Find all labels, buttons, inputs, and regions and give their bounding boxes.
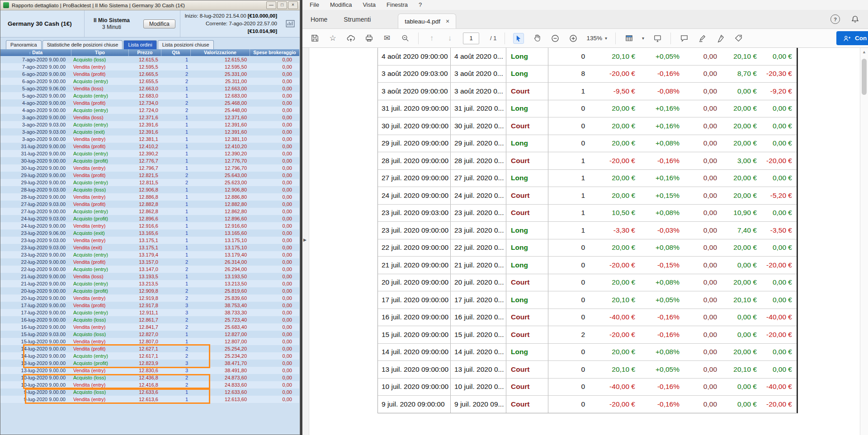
zoom-level-dropdown[interactable]: 135% ▾ xyxy=(586,35,607,42)
orders-row[interactable]: 28-lug-2020 9.03.00 Acquisto (loss) 12.9… xyxy=(0,186,299,193)
orders-row[interactable]: 20-lug-2020 9.00.00 Vendita (entry) 12.9… xyxy=(0,295,299,302)
orders-row[interactable]: 30-lug-2020 9.00.00 Vendita (entry) 12.7… xyxy=(0,164,299,172)
report-titlebar[interactable]: Rapporto dettagliato | ProBacktest | Il … xyxy=(0,0,300,10)
stamp-tag-icon[interactable] xyxy=(733,33,743,43)
favorite-star-icon[interactable]: ☆ xyxy=(328,33,338,43)
orders-row[interactable]: 10-lug-2020 9.00.00 Vendita (entry) 12.4… xyxy=(0,381,299,388)
select-tool-icon[interactable] xyxy=(513,33,524,44)
document-tab[interactable]: tableau-4.pdf × xyxy=(398,14,456,28)
orders-row[interactable]: 4-ago-2020 9.00.00 Vendita (profit) 12.7… xyxy=(0,99,299,107)
scroll-up-icon[interactable]: ▲ xyxy=(860,48,868,56)
orders-row[interactable]: 17-lug-2020 9.00.00 Vendita (profit) 12.… xyxy=(0,302,299,309)
orders-row[interactable]: 9-lug-2020 9.00.00 Acquisto (loss) 12.63… xyxy=(0,388,299,396)
orders-row[interactable]: 31-lug-2020 9.00.00 Vendita (profit) 12.… xyxy=(0,143,299,150)
orders-row[interactable]: 16-lug-2020 9.00.00 Vendita (entry) 12.8… xyxy=(0,323,299,331)
menu-item[interactable]: Modifica xyxy=(325,0,357,10)
export-chart-icon[interactable] xyxy=(281,19,300,29)
close-button[interactable]: × xyxy=(288,1,298,9)
orders-row[interactable]: 28-lug-2020 9.00.00 Vendita (entry) 12.8… xyxy=(0,193,299,201)
page-number-input[interactable]: 1 xyxy=(463,33,479,44)
notifications-bell-icon[interactable] xyxy=(850,14,860,24)
orders-row[interactable]: 5-ago-2020 9.00.00 Acquisto (entry) 12.6… xyxy=(0,92,299,99)
orders-table-header[interactable]: ↕Data Tipo Prezzo Qtà Valorizzazione Spe… xyxy=(0,49,299,56)
hand-tool-icon[interactable] xyxy=(532,33,542,43)
zoom-out-icon[interactable] xyxy=(550,33,560,43)
close-document-icon[interactable]: × xyxy=(446,18,449,25)
orders-row[interactable]: 9-lug-2020 9.00.00 Vendita (entry) 12.61… xyxy=(0,396,299,403)
orders-row[interactable]: 20-lug-2020 9.00.00 Acquisto (profit) 12… xyxy=(0,287,299,295)
menu-item[interactable]: ? xyxy=(413,0,427,10)
maximize-button[interactable]: □ xyxy=(277,1,287,9)
orders-row[interactable]: 7-ago-2020 9.00.00 Acquisto (loss) 12.61… xyxy=(0,56,299,63)
orders-row[interactable]: 16-lug-2020 9.00.00 Acquisto (loss) 12.8… xyxy=(0,316,299,323)
orders-row[interactable]: 13-lug-2020 9.00.00 Vendita (entry) 12.8… xyxy=(0,367,299,374)
orders-row[interactable]: 3-ago-2020 9.00.00 Vendita (loss) 12.371… xyxy=(0,114,299,121)
previous-page-icon[interactable]: ↑ xyxy=(427,33,437,43)
orders-row[interactable]: 23-lug-2020 9.06.00 Acquisto (exit) 13.1… xyxy=(0,229,299,237)
orders-row[interactable]: 5-ago-2020 9.06.00 Vendita (loss) 12.663… xyxy=(0,85,299,92)
orders-row[interactable]: 3-ago-2020 9.03.00 Acquisto (exit) 12.39… xyxy=(0,128,299,136)
cloud-upload-icon[interactable] xyxy=(346,33,356,43)
orders-row[interactable]: 14-lug-2020 9.00.00 Acquisto (entry) 12.… xyxy=(0,352,299,360)
orders-row[interactable]: 17-lug-2020 9.00.00 Acquisto (entry) 12.… xyxy=(0,309,299,316)
marquee-zoom-icon[interactable] xyxy=(400,33,410,43)
orders-row[interactable]: 4-ago-2020 9.00.00 Acquisto (entry) 12.7… xyxy=(0,107,299,114)
column-header-data[interactable]: ↕Data xyxy=(0,49,71,56)
comment-icon[interactable] xyxy=(679,33,689,43)
orders-row[interactable]: 7-ago-2020 9.00.00 Vendita (entry) 12.59… xyxy=(0,63,299,70)
orders-row[interactable]: 24-lug-2020 9.00.00 Vendita (entry) 12.9… xyxy=(0,222,299,229)
report-tab[interactable]: Panoramica xyxy=(6,40,42,49)
orders-row[interactable]: 3-ago-2020 9.03.00 Acquisto (entry) 12.3… xyxy=(0,121,299,128)
orders-row[interactable]: 30-lug-2020 9.00.00 Acquisto (profit) 12… xyxy=(0,157,299,164)
zoom-in-icon[interactable] xyxy=(568,33,578,43)
menu-item[interactable]: Finestra xyxy=(381,0,413,10)
report-tab[interactable]: Statistiche delle posizioni chiuse xyxy=(42,40,123,49)
orders-row[interactable]: 22-lug-2020 9.00.00 Vendita (profit) 13.… xyxy=(0,258,299,266)
orders-row[interactable]: 15-lug-2020 9.00.00 Vendita (entry) 12.8… xyxy=(0,338,299,345)
presentation-screen-icon[interactable] xyxy=(652,33,662,43)
fill-sign-pen-icon[interactable] xyxy=(715,33,725,43)
highlighter-icon[interactable] xyxy=(697,33,707,43)
modify-button[interactable]: Modifica xyxy=(143,19,175,28)
column-header-valorizzazione[interactable]: Valorizzazione xyxy=(190,49,250,56)
orders-row[interactable]: 13-lug-2020 9.00.00 Acquisto (profit) 12… xyxy=(0,360,299,367)
orders-row[interactable]: 29-lug-2020 9.00.00 Acquisto (entry) 12.… xyxy=(0,179,299,186)
orders-row[interactable]: 6-ago-2020 9.00.00 Vendita (profit) 12.6… xyxy=(0,70,299,78)
orders-row[interactable]: 31-lug-2020 9.00.00 Acquisto (entry) 12.… xyxy=(0,150,299,157)
report-tab[interactable]: Lista posizioni chiuse xyxy=(158,40,214,49)
orders-row[interactable]: 14-lug-2020 9.00.00 Vendita (profit) 12.… xyxy=(0,345,299,352)
orders-row[interactable]: 24-lug-2020 9.03.00 Acquisto (profit) 12… xyxy=(0,215,299,222)
column-header-qta[interactable]: Qtà xyxy=(161,49,190,56)
orders-row[interactable]: 21-lug-2020 9.00.00 Acquisto (entry) 13.… xyxy=(0,280,299,287)
column-header-tipo[interactable]: Tipo xyxy=(71,49,128,56)
orders-row[interactable]: 6-ago-2020 9.00.00 Acquisto (entry) 12.6… xyxy=(0,78,299,85)
column-header-prezzo[interactable]: Prezzo xyxy=(128,49,161,56)
column-header-spese[interactable]: Spese brokeraggio xyxy=(250,49,299,56)
print-icon[interactable] xyxy=(364,33,374,43)
scrollbar-thumb[interactable] xyxy=(862,59,867,95)
share-connect-button[interactable]: Con xyxy=(836,31,868,45)
navigation-pane-strip[interactable]: ▶ xyxy=(302,48,309,435)
orders-row[interactable]: 27-lug-2020 9.00.00 Acquisto (entry) 12.… xyxy=(0,208,299,215)
save-icon[interactable] xyxy=(310,33,320,43)
report-tab[interactable]: Lista ordini xyxy=(123,40,156,49)
minimize-button[interactable]: — xyxy=(266,1,276,9)
orders-row[interactable]: 10-lug-2020 9.00.00 Acquisto (loss) 12.4… xyxy=(0,374,299,381)
orders-row[interactable]: 15-lug-2020 9.03.00 Acquisto (loss) 12.8… xyxy=(0,331,299,338)
orders-row[interactable]: 23-lug-2020 9.00.00 Acquisto (entry) 13.… xyxy=(0,251,299,258)
orders-row[interactable]: 21-lug-2020 9.00.00 Vendita (loss) 13.19… xyxy=(0,273,299,280)
tab-home[interactable]: Home xyxy=(302,16,335,23)
tab-tools[interactable]: Strumenti xyxy=(335,16,379,23)
export-table-icon[interactable] xyxy=(624,33,634,43)
menu-item[interactable]: File xyxy=(304,0,325,10)
email-icon[interactable]: ✉ xyxy=(382,33,392,43)
help-icon[interactable]: ? xyxy=(830,14,840,24)
menu-item[interactable]: Vista xyxy=(357,0,381,10)
vertical-scrollbar[interactable]: ▲ xyxy=(860,48,868,435)
orders-row[interactable]: 22-lug-2020 9.00.00 Acquisto (entry) 13.… xyxy=(0,266,299,273)
orders-row[interactable]: 29-lug-2020 9.00.00 Vendita (profit) 12.… xyxy=(0,172,299,179)
orders-row[interactable]: 23-lug-2020 9.03.00 Vendita (exit) 13.17… xyxy=(0,244,299,251)
chevron-down-icon[interactable]: ▾ xyxy=(642,36,644,41)
next-page-icon[interactable]: ↓ xyxy=(445,33,455,43)
nav-pane-toggle-icon[interactable]: ▶ xyxy=(303,238,307,242)
